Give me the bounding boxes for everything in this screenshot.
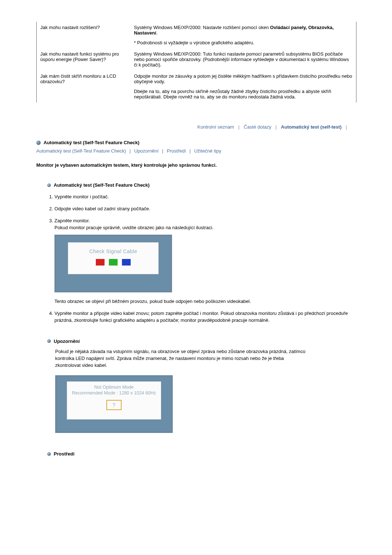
tab-selftest[interactable]: Automatický test (self-test) — [279, 124, 343, 130]
subsection-heading: Upozornění — [47, 339, 356, 344]
list-item: Vypněte monitor a připojte video kabel z… — [54, 310, 356, 324]
bullet-icon — [36, 141, 41, 145]
color-swatches — [68, 259, 158, 266]
list-item: Vypněte monitor i počítač. — [54, 194, 356, 200]
link-warning[interactable]: Upozornění — [134, 148, 159, 154]
warning-body: Pokud je nějaká závada na vstupním signá… — [55, 348, 309, 369]
warning-section: Upozornění Pokud je nějaká závada na vst… — [47, 339, 356, 433]
link-selftest[interactable]: Automatický test (Self-Test Feature Chec… — [36, 148, 126, 154]
tab-separator: | — [274, 124, 278, 130]
intro-text: Monitor je vybaven automatickým testem, … — [36, 162, 356, 168]
step-text: Pokud monitor pracuje správně, uvidíte o… — [54, 224, 356, 231]
faq-answer-text: Dbejte na to, aby na povrchu skříně nezů… — [134, 89, 352, 100]
tab-faq[interactable]: Časté dotazy — [242, 124, 273, 130]
faq-answer-text: Odpojte monitor ze zásuvky a potom jej č… — [134, 73, 352, 84]
link-tips[interactable]: Užitečné tipy — [194, 148, 221, 154]
link-separator: | — [187, 148, 193, 154]
monitor-illustration: Check Signal Cable — [54, 235, 172, 292]
link-separator: | — [127, 148, 133, 154]
monitor-illustration: Not Optimum Mode Recommended Mode : 1280… — [55, 375, 173, 433]
anchor-links: Automatický test (Self-Test Feature Chec… — [36, 148, 356, 154]
bullet-icon — [47, 183, 51, 187]
subsection-title: Prostředí — [54, 451, 74, 457]
faq-answer-text: Systémy Windows ME/XP/2000: Nastavte roz… — [134, 25, 270, 30]
subsection-title: Automatický test (Self-Test Feature Chec… — [54, 182, 150, 188]
step-text: Tento obrazec se objeví při běžném provo… — [54, 298, 356, 305]
subsection-heading: Prostředí — [47, 451, 356, 457]
faq-answer: Odpojte monitor ze zásuvky a potom jej č… — [134, 73, 352, 100]
faq-answer-note: * Podrobnosti si vyžádejte u výrobce gra… — [134, 40, 352, 45]
swatch-green — [109, 259, 118, 266]
faq-table: Jak mohu nastavit rozlišení? Systémy Win… — [36, 22, 356, 102]
environment-section: Prostředí — [47, 451, 356, 457]
subsection-title: Upozornění — [54, 339, 80, 344]
bullet-icon — [47, 339, 51, 343]
faq-row: Jak mohu nastavit rozlišení? Systémy Win… — [37, 22, 356, 48]
monitor-message-line1: Not Optimum Mode — [67, 385, 161, 390]
swatch-blue — [122, 259, 131, 266]
faq-answer: Systémy Windows ME/XP/2000: Tuto funkci … — [134, 51, 352, 68]
faq-row: Jak mám čistit skříň monitoru a LCD obra… — [37, 70, 356, 102]
tab-checklist[interactable]: Kontrolní seznam — [196, 124, 236, 130]
subsection-heading: Automatický test (Self-Test Feature Chec… — [47, 182, 356, 188]
section-heading: Automatický test (Self-Test Feature Chec… — [36, 140, 356, 145]
bullet-icon — [47, 452, 51, 456]
monitor-panel: Not Optimum Mode Recommended Mode : 1280… — [67, 381, 161, 420]
faq-question: Jak mám čistit skříň monitoru a LCD obra… — [40, 73, 134, 100]
faq-question: Jak mohu nastavit funkci systému pro úsp… — [40, 51, 134, 68]
list-item: Zapněte monitor. Pokud monitor pracuje s… — [54, 218, 356, 305]
monitor-message: Check Signal Cable — [68, 248, 158, 255]
tab-separator: | — [344, 124, 348, 130]
link-environment[interactable]: Prostředí — [167, 148, 186, 154]
faq-answer: Systémy Windows ME/XP/2000: Nastavte roz… — [134, 25, 352, 45]
monitor-panel: Check Signal Cable — [68, 242, 159, 274]
faq-row: Jak mohu nastavit funkci systému pro úsp… — [37, 48, 356, 70]
tabs-row: Kontrolní seznam | Časté dotazy | Automa… — [36, 124, 356, 130]
monitor-message-line2: Recommended Mode : 1280 x 1024 60Hz — [67, 390, 161, 396]
swatch-red — [96, 259, 105, 266]
faq-answer-text: Systémy Windows ME/XP/2000: Tuto funkci … — [134, 51, 352, 68]
tab-separator: | — [237, 124, 241, 130]
question-box: ? — [106, 400, 122, 410]
steps-list: Vypněte monitor i počítač. Odpojte video… — [54, 194, 356, 324]
link-separator: | — [160, 148, 166, 154]
step-text: Vypněte monitor a připojte video kabel z… — [54, 310, 356, 324]
faq-answer-suffix: . — [156, 30, 158, 36]
list-item: Odpojte video kabel od zadní strany počí… — [54, 206, 356, 212]
selftest-section: Automatický test (Self-Test Feature Chec… — [47, 182, 356, 324]
faq-question: Jak mohu nastavit rozlišení? — [40, 25, 134, 45]
section-title: Automatický test (Self-Test Feature Chec… — [44, 140, 139, 145]
step-text: Zapněte monitor. — [54, 218, 356, 224]
